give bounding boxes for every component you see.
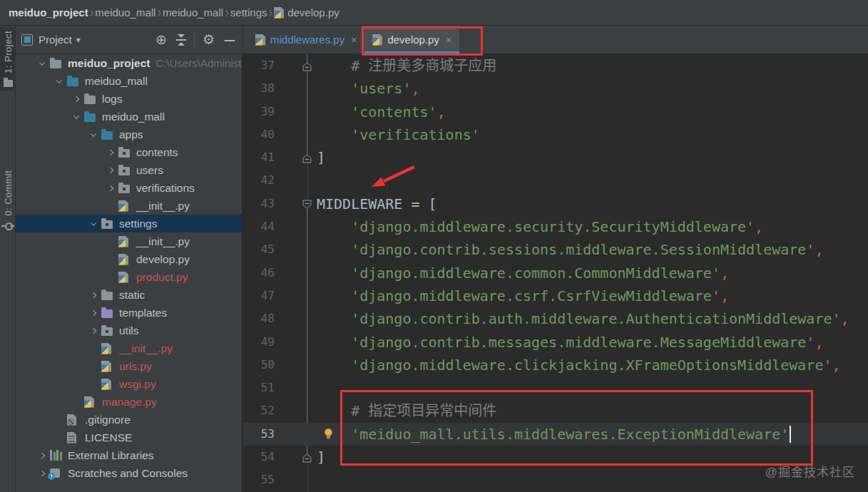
chevron-right-icon[interactable]: [68, 97, 84, 101]
folder-icon: [84, 96, 96, 104]
tree-item-settings[interactable]: settings: [16, 215, 242, 232]
breadcrumb-item[interactable]: meiduo_mall: [163, 6, 223, 19]
fold-marker-end-icon[interactable]: [302, 453, 312, 462]
tree-item-manage-py[interactable]: manage.py: [16, 393, 242, 411]
project-tree-panel: meiduo_projectC:\Users\Administrmeiduo_m…: [16, 54, 242, 492]
license-file-icon: [67, 432, 76, 444]
pycharm-window: meiduo_project›meiduo_mall›meiduo_mall›s…: [0, 0, 868, 492]
code-line-38[interactable]: 38 'users',: [243, 77, 868, 100]
code-line-39[interactable]: 39 'contents',: [243, 101, 868, 123]
chevron-right-icon[interactable]: [103, 150, 118, 155]
tree-item-scratches-and-consoles[interactable]: Scratches and Consoles: [16, 464, 242, 482]
tree-item-label: meiduo_mall: [85, 75, 148, 88]
python-file-icon: [372, 34, 382, 46]
code-line-37[interactable]: 37 # 注册美多商城子应用: [243, 54, 868, 77]
tree-item--init-py[interactable]: __init__.py: [16, 232, 242, 250]
code-line-50[interactable]: 50 'django.middleware.clickjacking.XFram…: [243, 354, 868, 376]
tree-item-wsgi-py[interactable]: wsgi.py: [16, 375, 242, 393]
line-number: 42: [243, 169, 275, 192]
tree-item-static[interactable]: static: [16, 286, 242, 304]
fold-marker-end-icon[interactable]: [302, 153, 312, 163]
code-line-45[interactable]: 45 'django.contrib.sessions.middleware.S…: [243, 238, 868, 261]
tree-item-logs[interactable]: logs: [16, 90, 242, 108]
collapse-all-icon[interactable]: [176, 34, 186, 46]
tree-item-templates[interactable]: templates: [16, 304, 242, 322]
tree-item-apps[interactable]: apps: [16, 125, 242, 143]
tool-window-project-button[interactable]: 1: Project: [0, 27, 16, 91]
code-line-53[interactable]: 53 'meiduo_mall.utils.middlewares.Except…: [243, 423, 868, 446]
tree-item-license[interactable]: LICENSE: [16, 429, 242, 446]
project-panel-title[interactable]: Project: [39, 34, 72, 46]
package-folder-icon: [118, 149, 130, 158]
locate-file-icon[interactable]: ⊕: [155, 33, 167, 46]
code-line-52[interactable]: 52 # 指定项目异常中间件: [243, 399, 868, 422]
chevron-down-icon[interactable]: [68, 115, 84, 119]
chevron-right-icon[interactable]: [86, 311, 101, 315]
commit-icon: [3, 221, 13, 231]
code-line-44[interactable]: 44 'django.middleware.security.SecurityM…: [243, 215, 868, 238]
tree-item-urls-py[interactable]: urls.py: [16, 357, 242, 375]
chevron-right-icon[interactable]: [103, 168, 118, 173]
code-line-46[interactable]: 46 'django.middleware.common.CommonMiddl…: [243, 262, 868, 285]
breadcrumb-item-file[interactable]: develop.py: [287, 6, 339, 19]
tree-item-develop-py[interactable]: develop.py: [16, 250, 242, 268]
commit-stripe-label: 0: Commit: [3, 170, 14, 216]
fold-marker-end-icon[interactable]: [302, 61, 312, 71]
chevron-right-icon[interactable]: [34, 453, 50, 458]
chevron-down-icon[interactable]: [86, 222, 101, 226]
package-folder-icon: [101, 220, 113, 229]
tree-item--gitignore[interactable]: .gitignore: [16, 411, 242, 429]
chevron-down-icon[interactable]: [34, 61, 50, 66]
chevron-down-icon[interactable]: ▾: [76, 35, 81, 45]
close-icon[interactable]: ×: [351, 34, 357, 46]
chevron-right-icon[interactable]: [86, 293, 101, 297]
code-line-43[interactable]: 43MIDDLEWARE = [: [243, 193, 868, 215]
tool-window-commit-button[interactable]: 0: Commit: [0, 167, 16, 235]
tree-item-label: LICENSE: [85, 431, 132, 444]
hide-panel-icon[interactable]: —: [224, 34, 235, 46]
tree-item--init-py[interactable]: __init__.py: [16, 339, 242, 357]
code-line-49[interactable]: 49 'django.contrib.messages.middleware.M…: [243, 331, 868, 354]
gear-icon[interactable]: ⚙: [203, 33, 215, 46]
tree-item-product-py[interactable]: product.py: [16, 268, 242, 286]
tree-item-contents[interactable]: contents: [16, 143, 242, 161]
tree-item-meiduo-mall[interactable]: meiduo_mall: [16, 72, 242, 90]
fold-marker-start-icon[interactable]: [302, 199, 312, 208]
chevron-down-icon[interactable]: [51, 79, 67, 83]
python-file-icon: [118, 200, 128, 212]
breadcrumb-item[interactable]: meiduo_mall: [95, 6, 155, 19]
tree-item-label: utils: [119, 324, 139, 337]
python-file-icon: [101, 361, 111, 372]
code-line-47[interactable]: 47 'django.middleware.csrf.CsrfViewMiddl…: [243, 285, 868, 307]
chevron-right-icon[interactable]: [103, 186, 118, 190]
chevron-right-icon[interactable]: [86, 329, 101, 333]
code-line-41[interactable]: 41]: [243, 146, 868, 169]
tree-item-meiduo-mall[interactable]: meiduo_mall: [16, 108, 242, 125]
tree-item-utils[interactable]: utils: [16, 322, 242, 339]
code-editor[interactable]: 37 # 注册美多商城子应用38 'users',39 'contents',4…: [243, 54, 868, 492]
chevron-down-icon[interactable]: [86, 133, 101, 137]
tree-item-users[interactable]: users: [16, 161, 242, 179]
tree-item-label: static: [119, 289, 145, 302]
tab-develop-py[interactable]: develop.py ×: [364, 26, 459, 53]
code-line-40[interactable]: 40 'verifications': [243, 123, 868, 146]
breadcrumb-item[interactable]: meiduo_project: [9, 6, 88, 19]
code-line-48[interactable]: 48 'django.contrib.auth.middleware.Authe…: [243, 307, 868, 330]
code-text: # 指定项目异常中间件: [243, 402, 496, 419]
code-line-51[interactable]: 51: [243, 376, 868, 399]
tree-item-verifications[interactable]: verifications: [16, 179, 242, 197]
code-text: 'django.middleware.common.CommonMiddlewa…: [243, 265, 729, 282]
tree-item-meiduo-project[interactable]: meiduo_projectC:\Users\Administr: [16, 54, 242, 72]
tree-item-external-libraries[interactable]: External Libraries: [16, 446, 242, 464]
tree-item--init-py[interactable]: __init__.py: [16, 197, 242, 215]
tree-item-label: External Libraries: [68, 449, 154, 462]
intention-bulb-icon[interactable]: [323, 428, 334, 439]
project-panel-header: Project ▾ ⊕ ⚙ —: [16, 26, 242, 53]
line-number: 48: [243, 307, 275, 330]
code-text: 'django.middleware.clickjacking.XFrameOp…: [243, 357, 841, 374]
code-line-42[interactable]: 42: [243, 169, 868, 192]
breadcrumb-item[interactable]: settings: [230, 6, 267, 19]
close-icon[interactable]: ×: [446, 34, 451, 46]
package-folder-icon: [118, 167, 130, 175]
tab-middlewares-py[interactable]: middlewares.py ×: [247, 26, 364, 53]
